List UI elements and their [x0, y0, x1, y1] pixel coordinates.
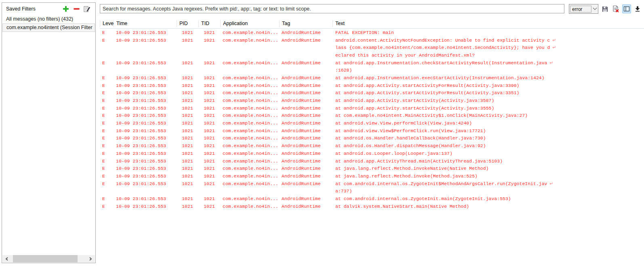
log-row-line[interactable]: E 10-09 23:01:26.553 1021 1021 com.examp…	[100, 142, 644, 150]
log-pid-cell: 1021	[177, 106, 198, 111]
log-tag-cell: AndroidRuntime	[279, 204, 333, 209]
log-level-cell: E	[100, 90, 114, 95]
log-time-cell: 10-09 23:01:26.553	[114, 135, 177, 141]
log-tag-cell: AndroidRuntime	[279, 166, 333, 171]
add-filter-button[interactable]	[62, 5, 69, 13]
log-time-cell: 10-09 23:01:26.553	[114, 181, 177, 186]
log-pid-cell: 1021	[177, 151, 198, 156]
log-text-cell: at android.app.ActivityThread.main(Activ…	[333, 158, 644, 164]
log-tid-cell: 1021	[198, 135, 220, 141]
log-time-cell: 10-09 23:01:26.553	[114, 106, 177, 111]
log-row-line[interactable]: E 10-09 23:01:26.553 1021 1021 com.examp…	[100, 82, 644, 89]
log-time-cell: 10-09 23:01:26.553	[114, 38, 177, 43]
log-time-cell: 10-09 23:01:26.553	[114, 128, 177, 133]
log-row-line[interactable]: E 10-09 23:01:26.553 1021 1021 com.examp…	[100, 165, 644, 172]
column-header-application[interactable]: Application	[220, 20, 279, 27]
filter-item-all-messages[interactable]: All messages (no filters) (432)	[2, 15, 95, 23]
log-row-line[interactable]: E 10-09 23:01:26.553 1021 1021 com.examp…	[100, 203, 644, 210]
scrollbar-track[interactable]	[11, 255, 86, 262]
log-level-cell: E	[100, 196, 114, 201]
log-pid-cell: 1021	[177, 113, 198, 118]
log-pid-cell: 1021	[177, 181, 198, 186]
log-application-cell: com.example.no4in...	[220, 113, 279, 118]
log-row-line[interactable]: E 10-09 23:01:26.553 1021 1021 com.examp…	[100, 119, 644, 127]
log-tid-cell: 1021	[198, 166, 220, 171]
log-application-cell: com.example.no4in...	[220, 143, 279, 148]
log-text-cell: at dalvik.system.NativeStart.main(Native…	[333, 204, 644, 209]
log-application-cell: com.example.no4in...	[220, 173, 279, 179]
scroll-right-arrow-icon[interactable]	[86, 255, 95, 262]
log-row-line[interactable]: E 10-09 23:01:26.553 1021 1021 com.examp…	[100, 180, 644, 188]
log-pid-cell: 1021	[177, 75, 198, 80]
autoscroll-button[interactable]	[633, 4, 642, 13]
scrollbar-thumb[interactable]	[13, 255, 78, 262]
log-row-line[interactable]: E 10-09 23:01:26.553 1021 1021 com.examp…	[100, 36, 644, 44]
log-row-line[interactable]: E 10-09 23:01:26.553 1021 1021 com.examp…	[100, 74, 644, 82]
log-row-line[interactable]: E 10-09 23:01:26.553 1021 1021 com.examp…	[100, 97, 644, 104]
logcat-window: Saved Filters All messages (no filters)	[0, 0, 644, 268]
log-row-line[interactable]: E 10-09 23:01:26.553 1021 1021 com.examp…	[100, 135, 644, 142]
log-time-cell: 10-09 23:01:26.553	[114, 75, 177, 80]
log-row-line[interactable]: a:737)	[100, 187, 644, 195]
saved-filters-panel: Saved Filters All messages (no filters)	[2, 2, 96, 263]
log-time-cell: 10-09 23:01:26.553	[114, 120, 177, 126]
log-tid-cell: 1021	[198, 113, 220, 118]
sidebar-horizontal-scrollbar[interactable]	[2, 255, 95, 262]
log-text-cell: at android.view.View.performClick(View.j…	[333, 120, 644, 126]
column-header-pid[interactable]: PID	[177, 20, 198, 27]
toggle-filters-panel-button[interactable]	[622, 4, 631, 13]
log-row-line[interactable]: E 10-09 23:01:26.553 1021 1021 com.examp…	[100, 172, 644, 180]
log-tid-cell: 1021	[198, 90, 220, 95]
saved-filters-title: Saved Filters	[6, 6, 36, 12]
log-tag-cell: AndroidRuntime	[279, 98, 333, 103]
log-table-header: Level Time PID TID Application Tag Text	[100, 19, 644, 29]
column-header-level[interactable]: Level	[100, 20, 114, 27]
edit-filter-button[interactable]	[83, 5, 90, 13]
scroll-left-arrow-icon[interactable]	[2, 255, 11, 262]
log-tag-cell: AndroidRuntime	[279, 60, 333, 65]
log-level-cell: E	[100, 151, 114, 156]
delete-filter-button[interactable]	[73, 5, 80, 13]
export-log-button[interactable]	[600, 4, 609, 13]
log-row-line[interactable]: E 10-09 23:01:26.553 1021 1021 com.examp…	[100, 127, 644, 135]
log-tag-cell: AndroidRuntime	[279, 90, 333, 95]
log-row-line[interactable]: E 10-09 23:01:26.553 1021 1021 com.examp…	[100, 89, 644, 97]
log-level-cell: E	[100, 60, 114, 65]
log-row-line[interactable]: E 10-09 23:01:26.553 1021 1021 com.examp…	[100, 150, 644, 157]
log-application-cell: com.example.no4in...	[220, 135, 279, 141]
log-text-cell: :1628)	[333, 68, 644, 73]
log-application-cell: com.example.no4in...	[220, 30, 279, 35]
log-tid-cell: 1021	[198, 75, 220, 80]
log-row-line[interactable]: E 10-09 23:01:26.553 1021 1021 com.examp…	[100, 104, 644, 112]
log-level-select[interactable]: error	[569, 4, 598, 14]
clear-log-button[interactable]	[611, 4, 620, 13]
log-application-cell: com.example.no4in...	[220, 166, 279, 171]
edit-filter-icon	[84, 6, 90, 13]
log-row-line[interactable]: E 10-09 23:01:26.553 1021 1021 com.examp…	[100, 195, 644, 203]
log-row-line[interactable]: lass {com.example.no4intent/com.example.…	[100, 44, 644, 51]
log-time-cell: 10-09 23:01:26.553	[114, 204, 177, 209]
search-input[interactable]	[100, 4, 564, 13]
save-floppy-icon	[602, 6, 608, 13]
log-level-selected-value: error	[570, 6, 591, 13]
log-application-cell: com.example.no4in...	[220, 98, 279, 103]
log-row-line[interactable]: eclared this activity in your AndroidMan…	[100, 51, 644, 59]
column-header-tid[interactable]: TID	[198, 20, 220, 27]
filter-item-session[interactable]: com.example.no4intent (Session Filter	[2, 23, 95, 32]
log-level-cell: E	[100, 30, 114, 35]
log-tid-cell: 1021	[198, 181, 220, 186]
log-row-line[interactable]: E 10-09 23:01:26.553 1021 1021 com.examp…	[100, 157, 644, 165]
log-text-cell: lass {com.example.no4intent/com.example.…	[333, 45, 644, 50]
log-row-line[interactable]: :1628)	[100, 66, 644, 74]
log-row-line[interactable]: E 10-09 23:01:26.553 1021 1021 com.examp…	[100, 112, 644, 120]
column-header-text[interactable]: Text	[333, 20, 644, 27]
log-application-cell: com.example.no4in...	[220, 90, 279, 95]
column-header-time[interactable]: Time	[114, 20, 177, 27]
log-row-line[interactable]: E 10-09 23:01:26.553 1021 1021 com.examp…	[100, 59, 644, 67]
log-text-cell: eclared this activity in your AndroidMan…	[333, 53, 644, 58]
log-text-cell: at android.os.Handler.dispatchMessage(Ha…	[333, 143, 644, 148]
log-row-line[interactable]: E 10-09 23:01:26.553 1021 1021 com.examp…	[100, 29, 644, 36]
column-header-tag[interactable]: Tag	[279, 20, 333, 27]
log-level-cell: E	[100, 166, 114, 171]
plus-icon	[63, 6, 69, 12]
